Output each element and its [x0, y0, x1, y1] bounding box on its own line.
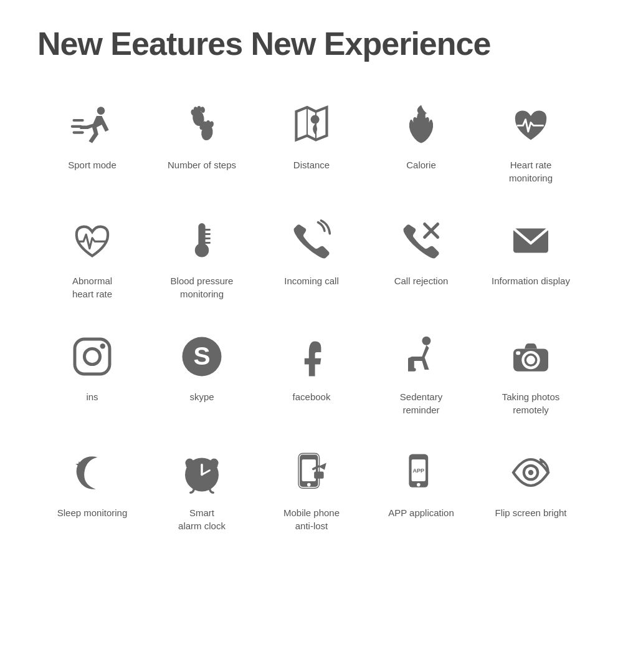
ins-label: ins — [86, 390, 98, 403]
information-display-icon — [506, 216, 556, 266]
abnormal-heart-rate-label: Abnormalheart rate — [72, 274, 112, 300]
skype-icon: S — [177, 332, 227, 382]
blood-pressure-monitoring-icon — [177, 216, 227, 266]
feature-distance: Distance — [257, 87, 366, 197]
svg-rect-33 — [516, 352, 520, 355]
svg-point-16 — [195, 243, 209, 257]
feature-abnormal-heart-rate: Abnormalheart rate — [37, 203, 147, 313]
feature-smart-alarm-clock: Smartalarm clock — [147, 435, 257, 545]
svg-point-26 — [100, 343, 105, 348]
sport-mode-icon — [67, 100, 117, 150]
flip-screen-bright-icon — [506, 448, 556, 497]
sedentary-reminder-icon — [396, 332, 446, 382]
feature-ins: ins — [37, 319, 147, 429]
svg-point-0 — [97, 107, 105, 115]
app-application-label: APP application — [388, 506, 454, 519]
call-rejection-icon — [396, 216, 446, 266]
call-rejection-label: Call rejection — [394, 274, 449, 287]
feature-mobile-phone-anti-lost: Mobile phoneanti-lost — [257, 435, 366, 545]
incoming-call-label: Incoming call — [284, 274, 339, 287]
smart-alarm-clock-label: Smartalarm clock — [178, 506, 226, 532]
svg-text:APP: APP — [412, 468, 424, 474]
sleep-monitoring-icon — [67, 448, 117, 497]
svg-point-32 — [526, 356, 535, 365]
calorie-label: Calorie — [406, 158, 436, 171]
svg-point-52 — [417, 483, 421, 487]
sedentary-reminder-label: Sedentaryreminder — [400, 390, 442, 416]
facebook-label: facebook — [293, 390, 331, 403]
sport-mode-label: Sport mode — [68, 158, 117, 171]
calorie-icon — [396, 100, 446, 150]
number-of-steps-label: Number of steps — [168, 158, 236, 171]
feature-heart-rate-monitoring: Heart ratemonitoring — [476, 87, 586, 197]
feature-number-of-steps: Number of steps — [147, 87, 257, 197]
feature-blood-pressure-monitoring: Blood pressuremonitoring — [147, 203, 257, 313]
sleep-monitoring-label: Sleep monitoring — [57, 506, 128, 519]
svg-point-55 — [528, 470, 533, 475]
feature-facebook: facebook — [257, 319, 366, 429]
feature-app-application: APP APP application — [366, 435, 476, 545]
facebook-icon — [287, 332, 336, 382]
taking-photos-remotely-icon — [506, 332, 556, 382]
page-title: New Eeatures New Experience — [37, 25, 586, 62]
features-grid: Sport mode Number of steps — [37, 87, 586, 545]
svg-point-14 — [311, 115, 320, 124]
information-display-label: Information display — [492, 274, 570, 287]
ins-icon — [67, 332, 117, 382]
heart-rate-monitoring-label: Heart ratemonitoring — [509, 158, 553, 185]
feature-flip-screen-bright: Flip screen bright — [476, 435, 586, 545]
svg-text:S: S — [193, 342, 210, 370]
feature-sport-mode: Sport mode — [37, 87, 147, 197]
feature-skype: S skype — [147, 319, 257, 429]
mobile-phone-anti-lost-icon — [287, 448, 336, 497]
distance-label: Distance — [293, 158, 330, 171]
abnormal-heart-rate-icon — [67, 216, 117, 266]
feature-sleep-monitoring: Sleep monitoring — [37, 435, 147, 545]
skype-label: skype — [189, 390, 214, 403]
svg-point-47 — [307, 483, 311, 487]
distance-icon — [287, 100, 336, 150]
svg-rect-49 — [314, 472, 323, 479]
svg-point-25 — [84, 348, 100, 364]
svg-rect-46 — [302, 459, 316, 481]
feature-taking-photos-remotely: Taking photosremotely — [476, 319, 586, 429]
blood-pressure-monitoring-label: Blood pressuremonitoring — [171, 274, 234, 300]
flip-screen-bright-label: Flip screen bright — [495, 506, 566, 519]
feature-call-rejection: Call rejection — [366, 203, 476, 313]
mobile-phone-anti-lost-label: Mobile phoneanti-lost — [283, 506, 340, 532]
smart-alarm-clock-icon — [177, 448, 227, 497]
taking-photos-remotely-label: Taking photosremotely — [502, 390, 560, 416]
number-of-steps-icon — [177, 100, 227, 150]
feature-calorie: Calorie — [366, 87, 476, 197]
feature-incoming-call: Incoming call — [257, 203, 366, 313]
svg-point-29 — [422, 337, 430, 345]
feature-sedentary-reminder: Sedentaryreminder — [366, 319, 476, 429]
feature-information-display: Information display — [476, 203, 586, 313]
heart-rate-monitoring-icon — [506, 100, 556, 150]
app-application-icon: APP — [396, 448, 446, 497]
incoming-call-icon — [287, 216, 336, 266]
